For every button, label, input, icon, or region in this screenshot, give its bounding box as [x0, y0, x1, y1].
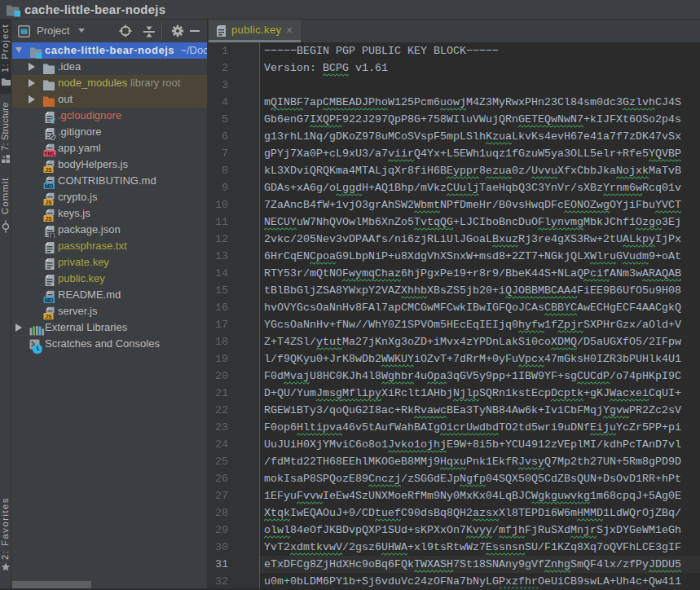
svg-text:MD: MD: [45, 297, 54, 303]
svg-text:JS: JS: [45, 200, 52, 205]
svg-text:YML: YML: [44, 151, 55, 156]
svg-text:?: ?: [51, 116, 56, 124]
svg-text:JS: JS: [45, 216, 52, 222]
svg-text:MD: MD: [45, 183, 54, 189]
svg-text:{}: {}: [49, 232, 56, 238]
svg-text:JS: JS: [45, 314, 52, 319]
svg-text:JS: JS: [45, 167, 52, 173]
